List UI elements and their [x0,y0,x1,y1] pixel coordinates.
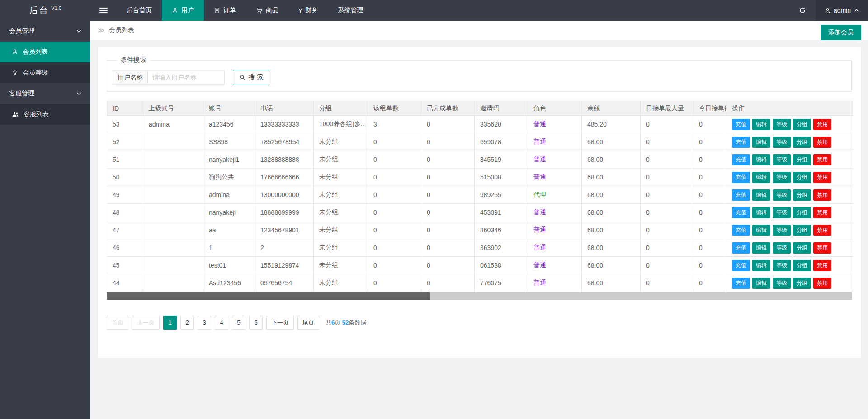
page-button-3[interactable]: 3 [198,316,211,330]
page-button-1[interactable]: 1 [163,316,177,330]
disable-button[interactable]: 禁用 [813,260,831,271]
cell-id: 50 [107,169,143,186]
prev-page-button[interactable]: 上一页 [132,316,160,330]
cell-daily_max: 0 [641,186,693,204]
recharge-button[interactable]: 充值 [732,278,750,289]
cell-daily_max: 0 [641,239,693,257]
edit-button[interactable]: 编辑 [752,278,770,289]
username-input[interactable] [148,70,225,85]
page-button-5[interactable]: 5 [232,316,245,330]
cell-balance: 68.00 [582,151,641,169]
horizontal-scrollbar-track[interactable] [107,292,852,300]
edit-button[interactable]: 编辑 [752,172,770,183]
level-button[interactable]: 等级 [773,207,791,218]
group-button[interactable]: 分组 [793,207,811,218]
sidebar-item-member-list[interactable]: 会员列表 [0,42,90,62]
disable-button[interactable]: 禁用 [813,119,831,130]
level-button[interactable]: 等级 [773,172,791,183]
group-button[interactable]: 分组 [793,172,811,183]
edit-button[interactable]: 编辑 [752,225,770,236]
cell-group: 未分组 [314,274,368,292]
disable-button[interactable]: 禁用 [813,137,831,148]
level-button[interactable]: 等级 [773,242,791,254]
table-body: 53adminaa123456133333333331000养客组(多...30… [107,116,853,292]
group-button[interactable]: 分组 [793,154,811,165]
first-page-button[interactable]: 首页 [107,316,128,330]
nav-item-orders[interactable]: 订单 [204,0,246,21]
recharge-button[interactable]: 充值 [732,207,750,218]
page-number-group: 123456 [163,316,266,330]
summary-total-records: 52 [342,319,349,326]
cell-role: 代理 [528,186,582,204]
recharge-button[interactable]: 充值 [732,154,750,165]
recharge-button[interactable]: 充值 [732,172,750,183]
level-button[interactable]: 等级 [773,189,791,201]
disable-button[interactable]: 禁用 [813,225,831,236]
cell-daily_max: 0 [641,151,693,169]
sidebar-toggle-button[interactable] [90,0,117,21]
level-button[interactable]: 等级 [773,260,791,271]
page-button-4[interactable]: 4 [215,316,228,330]
edit-button[interactable]: 编辑 [752,119,770,130]
cell-id: 44 [107,274,143,292]
level-button[interactable]: 等级 [773,137,791,148]
pagination-summary: 共6页 52条数据 [326,319,366,327]
recharge-button[interactable]: 充值 [732,242,750,254]
last-page-button[interactable]: 尾页 [297,316,319,330]
disable-button[interactable]: 禁用 [813,189,831,201]
cell-actions: 充值编辑等级分组禁用 [726,151,853,169]
group-button[interactable]: 分组 [793,260,811,271]
edit-button[interactable]: 编辑 [752,154,770,165]
group-button[interactable]: 分组 [793,225,811,236]
sidebar-group-member-management[interactable]: 会员管理 [0,21,90,42]
group-button[interactable]: 分组 [793,137,811,148]
recharge-button[interactable]: 充值 [732,225,750,236]
disable-button[interactable]: 禁用 [813,207,831,218]
cell-account: 1 [203,239,255,257]
cell-group: 未分组 [314,257,368,274]
cell-id: 51 [107,151,143,169]
horizontal-scrollbar-thumb[interactable] [107,292,430,300]
level-button[interactable]: 等级 [773,278,791,289]
recharge-button[interactable]: 充值 [732,119,750,130]
page-button-2[interactable]: 2 [180,316,194,330]
page-button-6[interactable]: 6 [249,316,263,330]
sidebar-group-service-management[interactable]: 客服管理 [0,83,90,104]
nav-item-users[interactable]: 用户 [162,0,204,21]
level-button[interactable]: 等级 [773,154,791,165]
group-button[interactable]: 分组 [793,119,811,130]
recharge-button[interactable]: 充值 [732,189,750,201]
sidebar-item-member-level[interactable]: 会员等级 [0,62,90,83]
edit-button[interactable]: 编辑 [752,260,770,271]
nav-item-finance[interactable]: ¥ 财务 [288,0,328,21]
refresh-button[interactable] [789,0,816,21]
edit-button[interactable]: 编辑 [752,242,770,254]
sidebar-item-service-list[interactable]: 客服列表 [0,104,90,125]
recharge-button[interactable]: 充值 [732,137,750,148]
disable-button[interactable]: 禁用 [813,242,831,254]
nav-item-system[interactable]: 系统管理 [328,0,373,21]
cell-parent [143,221,203,239]
next-page-button[interactable]: 下一页 [266,316,294,330]
level-button[interactable]: 等级 [773,225,791,236]
disable-button[interactable]: 禁用 [813,172,831,183]
recharge-button[interactable]: 充值 [732,260,750,271]
disable-button[interactable]: 禁用 [813,278,831,289]
level-button[interactable]: 等级 [773,119,791,130]
user-menu[interactable]: admin [816,0,868,21]
cell-group_orders: 0 [368,221,421,239]
edit-button[interactable]: 编辑 [752,137,770,148]
group-button[interactable]: 分组 [793,189,811,201]
breadcrumb-bar: ≫ 会员列表 添加会员 [90,21,868,40]
edit-button[interactable]: 编辑 [752,189,770,201]
search-button[interactable]: 搜 索 [233,70,269,85]
nav-item-home[interactable]: 后台首页 [117,0,162,21]
group-button[interactable]: 分组 [793,242,811,254]
group-button[interactable]: 分组 [793,278,811,289]
cell-today: 0 [693,239,726,257]
add-member-button[interactable]: 添加会员 [821,25,861,40]
disable-button[interactable]: 禁用 [813,154,831,165]
edit-button[interactable]: 编辑 [752,207,770,218]
cell-balance: 68.00 [582,257,641,274]
nav-item-goods[interactable]: 商品 [246,0,288,21]
